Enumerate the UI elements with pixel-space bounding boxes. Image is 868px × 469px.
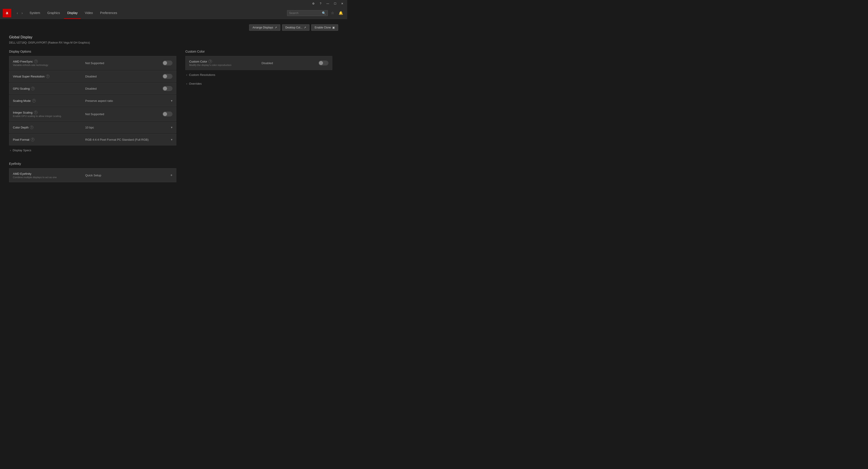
color-depth-label-cell: Color Depth ?	[9, 123, 82, 131]
gpu-scaling-value-cell: Disabled	[82, 84, 176, 93]
vsr-toggle[interactable]	[162, 74, 173, 79]
display-specs-chevron: ›	[10, 149, 11, 152]
arrange-displays-label: Arrange Displays	[252, 26, 273, 29]
overrides-chevron: ›	[186, 82, 187, 86]
restore-icon: ☐	[334, 2, 336, 5]
vsr-help-icon[interactable]: ?	[46, 74, 50, 78]
arrange-displays-icon: ↗	[275, 26, 277, 29]
system-icon-btn[interactable]: ⚙	[310, 1, 316, 6]
app-logo: a	[3, 9, 11, 18]
pixel-format-help-icon[interactable]: ?	[31, 138, 34, 141]
nav-system[interactable]: System	[26, 7, 43, 19]
forward-button[interactable]: ›	[20, 10, 24, 16]
gpu-scaling-help-icon[interactable]: ?	[31, 87, 35, 90]
notification-icon: 🔔	[339, 11, 343, 15]
color-depth-help-icon[interactable]: ?	[30, 126, 33, 129]
close-btn[interactable]: ✕	[339, 1, 345, 6]
gpu-scaling-label: GPU Scaling	[13, 87, 30, 90]
custom-resolutions-chevron: ›	[186, 73, 187, 76]
pixel-format-value-cell[interactable]: RGB 4:4:4 Pixel Format PC Standard (Full…	[82, 135, 176, 144]
custom-color-col: Custom Color Custom Color ? Modify the d…	[185, 50, 332, 182]
eyefinity-value-cell: Quick Setup +	[82, 171, 176, 179]
gpu-scaling-label-cell: GPU Scaling ?	[9, 85, 82, 93]
eyefinity-title: Eyefinity	[9, 162, 176, 166]
pixel-format-dropdown[interactable]: RGB 4:4:4 Pixel Format PC Standard (Full…	[85, 138, 173, 141]
custom-color-label-cell: Custom Color ? Modify the display's colo…	[186, 57, 258, 69]
notification-btn[interactable]: 🔔	[337, 10, 344, 16]
search-input[interactable]	[289, 11, 320, 15]
custom-color-value-cell: Disabled	[258, 58, 332, 68]
back-button[interactable]: ‹	[15, 10, 20, 16]
display-specs-label: Display Specs	[13, 148, 31, 152]
eyefinity-row: AMD Eyefinity Combine multiple displays …	[9, 168, 176, 182]
restore-btn[interactable]: ☐	[332, 1, 338, 6]
monitor-label: DELL U2718Q- DISPLAYPORT (Radeon RX Vega…	[9, 41, 338, 44]
integer-scaling-help-icon[interactable]: ?	[34, 111, 37, 114]
scaling-mode-label: Scaling Mode	[13, 99, 31, 102]
nav-display[interactable]: Display	[64, 7, 81, 19]
freesync-value-cell: Not Supported	[82, 58, 176, 68]
freesync-sublabel: Variable-refresh-rate technology	[13, 64, 78, 66]
vsr-row: Virtual Super Resolution ? Disabled	[9, 70, 176, 82]
nav-right: 🔍 ☆ 🔔	[287, 10, 344, 16]
integer-scaling-toggle[interactable]	[162, 111, 173, 116]
gpu-scaling-row: GPU Scaling ? Disabled	[9, 82, 176, 94]
top-action-row: Arrange Displays ↗ Desktop Col... ↗ Enab…	[9, 24, 338, 31]
eyefinity-main-label: AMD Eyefinity	[13, 172, 31, 175]
minimize-btn[interactable]: —	[324, 1, 331, 6]
help-icon-btn[interactable]: ?	[317, 1, 324, 6]
freesync-toggle[interactable]	[162, 61, 173, 65]
custom-color-title: Custom Color	[185, 50, 332, 53]
gpu-scaling-value: Disabled	[85, 87, 97, 90]
nav-links: System Graphics Display Video Preference…	[26, 7, 287, 19]
custom-color-value: Disabled	[261, 61, 273, 65]
custom-resolutions-label: Custom Resolutions	[189, 73, 215, 76]
scaling-mode-value-cell[interactable]: Preserve aspect ratio ▾	[82, 97, 176, 105]
pixel-format-value: RGB 4:4:4 Pixel Format PC Standard (Full…	[85, 138, 149, 141]
title-bar: ⚙ ? — ☐ ✕	[0, 0, 347, 7]
scaling-mode-value: Preserve aspect ratio	[85, 99, 113, 102]
arrange-displays-btn[interactable]: Arrange Displays ↗	[249, 24, 280, 31]
integer-scaling-value-cell: Not Supported	[82, 109, 176, 119]
color-depth-dropdown[interactable]: 10 bpc ▾	[85, 126, 173, 129]
overrides-row[interactable]: › Overrides	[185, 79, 332, 88]
nav-video[interactable]: Video	[82, 7, 96, 19]
scaling-mode-dropdown[interactable]: Preserve aspect ratio ▾	[85, 99, 173, 102]
eyefinity-label-cell: AMD Eyefinity Combine multiple displays …	[9, 170, 82, 181]
close-icon: ✕	[341, 2, 343, 5]
help-icon: ?	[320, 2, 321, 5]
display-options-title: Display Options	[9, 50, 176, 53]
scaling-mode-dropdown-arrow: ▾	[171, 99, 173, 102]
nav-graphics[interactable]: Graphics	[44, 7, 63, 19]
eyefinity-value: Quick Setup	[85, 174, 101, 177]
custom-resolutions-row[interactable]: › Custom Resolutions	[185, 70, 332, 79]
pixel-format-dropdown-arrow: ▾	[171, 138, 173, 141]
desktop-color-icon: ↗	[304, 26, 306, 29]
scaling-mode-row: Scaling Mode ? Preserve aspect ratio ▾	[9, 95, 176, 107]
enable-clone-icon: ▣	[332, 26, 335, 29]
integer-scaling-value: Not Supported	[85, 112, 104, 116]
freesync-help-icon[interactable]: ?	[34, 60, 38, 63]
vsr-label: Virtual Super Resolution	[13, 75, 44, 78]
system-icon: ⚙	[312, 2, 315, 5]
eyefinity-section: Eyefinity AMD Eyefinity Combine multiple…	[9, 162, 176, 182]
display-specs-row[interactable]: › Display Specs	[9, 146, 176, 155]
desktop-color-btn[interactable]: Desktop Col... ↗	[282, 24, 309, 31]
eyefinity-plus-icon[interactable]: +	[170, 173, 173, 177]
custom-color-toggle[interactable]	[318, 61, 329, 65]
eyefinity-sub-label: Combine multiple displays to act as one	[13, 176, 78, 179]
scaling-mode-help-icon[interactable]: ?	[32, 99, 36, 102]
nav-preferences[interactable]: Preferences	[97, 7, 120, 19]
color-depth-value-cell[interactable]: 10 bpc ▾	[82, 123, 176, 131]
custom-color-help-icon[interactable]: ?	[209, 60, 212, 63]
gpu-scaling-toggle[interactable]	[162, 86, 173, 91]
search-icon: 🔍	[322, 11, 326, 15]
color-depth-value: 10 bpc	[85, 126, 94, 129]
overrides-label: Overrides	[189, 82, 202, 86]
enable-clone-btn[interactable]: Enable Clone ▣	[311, 24, 338, 31]
integer-scaling-row: Integer Scaling ? Enable GPU scaling to …	[9, 107, 176, 121]
freesync-row: AMD FreeSync ? Variable-refresh-rate tec…	[9, 56, 176, 70]
desktop-color-label: Desktop Col...	[285, 26, 303, 29]
color-depth-dropdown-arrow: ▾	[171, 126, 173, 129]
bookmark-btn[interactable]: ☆	[330, 10, 336, 16]
